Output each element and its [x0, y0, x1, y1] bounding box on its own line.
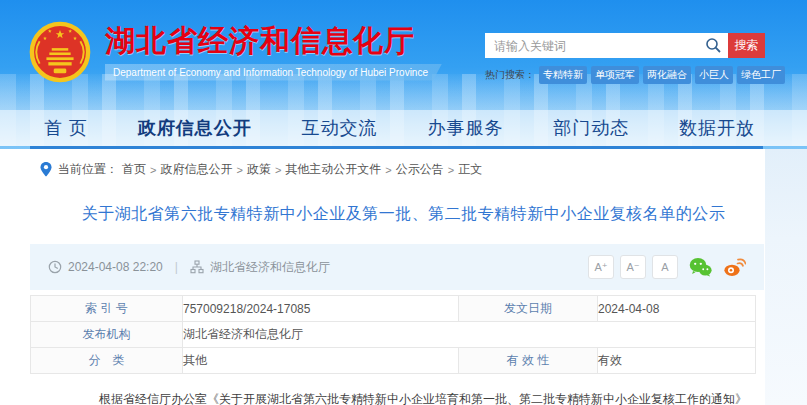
breadcrumb-item-current: 正文 [458, 161, 482, 178]
site-header: 湖北省经济和信息化厅 Department of Economy and Inf… [0, 0, 807, 149]
site-subtitle: Department of Economy and Information Te… [105, 64, 442, 81]
publishing-org-label: 发布机构 [31, 322, 183, 348]
issue-date-label: 发文日期 [459, 296, 598, 322]
search-icon [705, 37, 722, 54]
index-number-value: 757009218/2024-17085 [183, 296, 459, 322]
table-row: 索 引 号 757009218/2024-17085 发文日期 2024-04-… [31, 296, 756, 322]
wechat-share-icon[interactable] [689, 257, 712, 277]
location-pin-icon [40, 162, 52, 177]
search-button[interactable]: 搜索 [728, 33, 765, 58]
hot-tag[interactable]: 单项冠军 [591, 66, 639, 84]
hot-tag[interactable]: 专精特新 [539, 66, 587, 84]
hot-tag[interactable]: 绿色工厂 [737, 66, 785, 84]
breadcrumb-item-gov-info[interactable]: 政府信息公开 [160, 161, 232, 178]
nav-item-services[interactable]: 办事服务 [427, 116, 503, 140]
breadcrumb-item-other-docs[interactable]: 其他主动公开文件 [285, 161, 381, 178]
weibo-share-icon[interactable] [723, 257, 746, 277]
meta-separator: | [175, 260, 178, 274]
breadcrumb-separator: > [448, 164, 454, 176]
article-source: 湖北省经济和信息化厅 [210, 259, 330, 276]
nav-item-interaction[interactable]: 互动交流 [302, 116, 378, 140]
site-logo[interactable]: 湖北省经济和信息化厅 Department of Economy and Inf… [28, 20, 442, 84]
table-row: 发布机构 湖北省经济和信息化厅 [31, 322, 756, 348]
search-area: 搜索 热门搜索： 专精特新 单项冠军 两化融合 小巨人 绿色工厂 [485, 33, 765, 84]
index-number-label: 索 引 号 [31, 296, 183, 322]
issue-date-value: 2024-04-08 [598, 296, 756, 322]
font-larger-button[interactable]: A⁺ [588, 255, 614, 279]
validity-label: 有 效 性 [459, 348, 598, 374]
breadcrumb-separator: > [275, 164, 281, 176]
nav-item-home[interactable]: 首 页 [44, 116, 88, 140]
hot-search-label: 热门搜索： [485, 68, 535, 82]
breadcrumb-item-announcements[interactable]: 公示公告 [396, 161, 444, 178]
breadcrumb-item-home[interactable]: 首页 [122, 161, 146, 178]
nav-item-open-data[interactable]: 数据开放 [679, 116, 755, 140]
category-value: 其他 [183, 348, 459, 374]
main-nav: 首 页 政府信息公开 互动交流 办事服务 部门动态 数据开放 [0, 110, 807, 146]
page-right-background [765, 149, 807, 405]
search-box [485, 33, 728, 58]
category-label: 分 类 [31, 348, 183, 374]
clock-icon [48, 260, 62, 274]
validity-value: 有效 [598, 348, 756, 374]
font-reset-button[interactable]: A [652, 255, 678, 279]
site-title: 湖北省经济和信息化厅 [105, 24, 442, 59]
nav-item-gov-info[interactable]: 政府信息公开 [138, 116, 252, 140]
search-input[interactable] [485, 33, 728, 58]
breadcrumb: 当前位置： 首页 > 政府信息公开 > 政策 > 其他主动公开文件 > 公示公告… [40, 161, 807, 178]
hot-search-row: 热门搜索： 专精特新 单项冠军 两化融合 小巨人 绿色工厂 [485, 66, 765, 84]
publish-time: 2024-04-08 22:20 [68, 260, 163, 274]
source-org-icon [190, 260, 204, 274]
article-meta-bar: 2024-04-08 22:20 | 湖北省经济和信息化厅 A⁺ A⁻ A [30, 244, 764, 290]
article-meta-left: 2024-04-08 22:20 | 湖北省经济和信息化厅 [48, 259, 330, 276]
breadcrumb-separator: > [150, 164, 156, 176]
font-smaller-button[interactable]: A⁻ [620, 255, 646, 279]
breadcrumb-separator: > [385, 164, 391, 176]
hot-tag[interactable]: 小巨人 [695, 66, 733, 84]
page: 湖北省经济和信息化厅 Department of Economy and Inf… [0, 0, 807, 405]
table-row: 分 类 其他 有 效 性 有效 [31, 348, 756, 374]
article-meta-right: A⁺ A⁻ A [582, 255, 746, 279]
nav-item-dept-news[interactable]: 部门动态 [553, 116, 629, 140]
publishing-org-value: 湖北省经济和信息化厅 [183, 322, 756, 348]
document-info-table: 索 引 号 757009218/2024-17085 发文日期 2024-04-… [30, 295, 756, 374]
site-title-block: 湖北省经济和信息化厅 Department of Economy and Inf… [105, 20, 442, 81]
national-emblem-icon [28, 20, 92, 84]
hot-tag[interactable]: 两化融合 [643, 66, 691, 84]
article-title: 关于湖北省第六批专精特新中小企业及第一批、第二批专精特新中小企业复核名单的公示 [0, 204, 807, 225]
breadcrumb-item-policy[interactable]: 政策 [247, 161, 271, 178]
article-body-paragraph: 根据省经信厅办公室《关于开展湖北省第六批专精特新中小企业培育和第一批、第二批专精… [75, 390, 757, 405]
nav-underline [30, 146, 763, 149]
breadcrumb-label: 当前位置： [58, 161, 118, 178]
breadcrumb-separator: > [236, 164, 242, 176]
search-row: 搜索 [485, 33, 765, 58]
